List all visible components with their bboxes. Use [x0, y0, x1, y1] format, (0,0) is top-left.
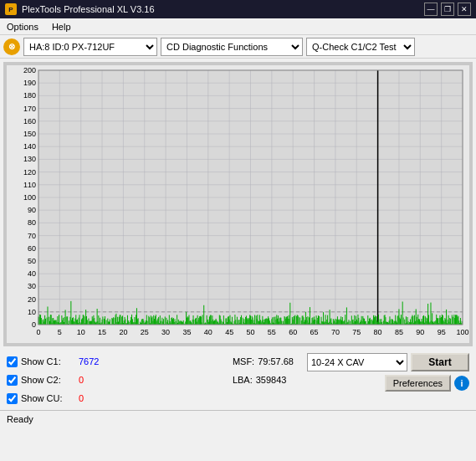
- lba-label: LBA:: [233, 375, 253, 385]
- function-selector[interactable]: CD Diagnostic Functions: [161, 38, 303, 56]
- status-text: Ready: [7, 414, 33, 424]
- c1-checkbox-label[interactable]: Show C1:: [7, 356, 74, 367]
- menu-bar: Options Help: [0, 18, 476, 35]
- msf-value: 79:57.68: [258, 356, 294, 366]
- c2-checkbox-label[interactable]: Show C2:: [7, 375, 74, 386]
- status-bar: Ready: [0, 410, 476, 427]
- prefs-info-row: Preferences i: [385, 375, 469, 392]
- toolbar: ⊗ HA:8 ID:0 PX-712UF CD Diagnostic Funct…: [0, 35, 476, 59]
- speed-selector[interactable]: 10-24 X CAV: [307, 353, 407, 371]
- stats-checkboxes: Show C1: 7672 Show C2: 0 Show CU: 0: [7, 353, 219, 407]
- cu-checkbox[interactable]: [7, 393, 18, 404]
- c1-row: Show C1: 7672: [7, 353, 219, 370]
- chart-container: [3, 62, 473, 346]
- stats-right: 10-24 X CAV Start Preferences i: [307, 353, 469, 392]
- chart-inner: [7, 65, 469, 343]
- title-bar: P PlexTools Professional XL V3.16 — ❐ ✕: [0, 0, 476, 18]
- c2-value: 0: [79, 375, 112, 385]
- menu-help[interactable]: Help: [49, 20, 74, 33]
- lba-value: 359843: [256, 375, 287, 385]
- cu-value: 0: [79, 393, 112, 403]
- app-icon: P: [5, 3, 17, 15]
- cu-checkbox-label[interactable]: Show CU:: [7, 393, 74, 404]
- preferences-button[interactable]: Preferences: [385, 375, 451, 392]
- test-selector[interactable]: Q-Check C1/C2 Test: [306, 38, 415, 56]
- c2-row: Show C2: 0: [7, 371, 219, 388]
- drive-status-icon: ⊗: [3, 38, 20, 55]
- cu-row: Show CU: 0: [7, 390, 219, 407]
- c1-value: 7672: [79, 356, 112, 366]
- stats-bar: Show C1: 7672 Show C2: 0 Show CU: 0 MSF:…: [0, 350, 476, 410]
- restore-button[interactable]: ❐: [441, 3, 454, 16]
- chart-canvas: [7, 65, 469, 343]
- close-button[interactable]: ✕: [458, 3, 471, 16]
- info-button[interactable]: i: [454, 376, 469, 391]
- c1-checkbox[interactable]: [7, 356, 18, 367]
- drive-selector[interactable]: HA:8 ID:0 PX-712UF: [23, 38, 157, 56]
- window-title: PlexTools Professional XL V3.16: [22, 4, 155, 14]
- c2-checkbox[interactable]: [7, 375, 18, 386]
- msf-label: MSF:: [233, 356, 254, 366]
- stats-center: MSF: 79:57.68 LBA: 359843: [233, 353, 294, 388]
- menu-options[interactable]: Options: [3, 20, 42, 33]
- lba-row: LBA: 359843: [233, 371, 294, 388]
- window-controls: — ❐ ✕: [424, 3, 471, 16]
- msf-row: MSF: 79:57.68: [233, 353, 294, 370]
- start-button[interactable]: Start: [411, 353, 469, 371]
- minimize-button[interactable]: —: [424, 3, 438, 16]
